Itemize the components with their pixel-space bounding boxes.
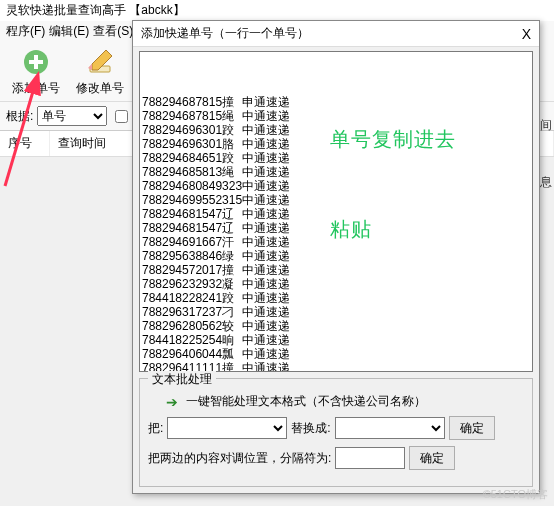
- add-number-dialog: 添加快递单号（一行一个单号） X 单号复制进去 粘贴 788294687815撞…: [132, 20, 540, 494]
- hint-line-2: 粘贴: [330, 214, 456, 244]
- pencil-icon: [84, 46, 116, 78]
- batch-legend: 文本批处理: [148, 371, 216, 388]
- dialog-title: 添加快递单号（一行一个单号）: [141, 25, 309, 42]
- annotation-hint: 单号复制进去 粘贴: [330, 64, 456, 304]
- batch-group: 文本批处理 ➔ 一键智能处理文本格式（不含快递公司名称） 把: 替换成: 确定 …: [139, 378, 533, 487]
- basis-label: 根据:: [6, 108, 33, 125]
- svg-rect-2: [29, 60, 43, 64]
- replace-with-select[interactable]: [335, 417, 445, 439]
- list-item[interactable]: 788296317237刁中通速递: [142, 305, 530, 319]
- confirm-swap-button[interactable]: 确定: [409, 446, 455, 470]
- list-item[interactable]: 788296406044瓢中通速递: [142, 347, 530, 361]
- number-listbox[interactable]: 单号复制进去 粘贴 788294687815撞申通速递788294687815绳…: [139, 51, 533, 372]
- arrow-right-icon: ➔: [166, 394, 178, 410]
- add-number-button[interactable]: 添加单号: [8, 46, 64, 97]
- menu-view[interactable]: 查看(S): [93, 23, 133, 40]
- menu-program[interactable]: 程序(F): [6, 23, 45, 40]
- col-seq[interactable]: 序号: [0, 131, 50, 156]
- replace-with-label: 替换成:: [291, 420, 330, 437]
- add-number-label: 添加单号: [12, 80, 60, 97]
- smart-format-label[interactable]: 一键智能处理文本格式（不含快递公司名称）: [186, 393, 426, 410]
- include-checkbox[interactable]: [115, 110, 128, 123]
- edit-number-button[interactable]: 修改单号: [72, 46, 128, 97]
- confirm-replace-button[interactable]: 确定: [449, 416, 495, 440]
- basis-select[interactable]: 单号快递公司: [37, 106, 107, 126]
- edit-number-label: 修改单号: [76, 80, 124, 97]
- menu-edit[interactable]: 编辑(E): [49, 23, 89, 40]
- list-item[interactable]: 788296280562较中通速递: [142, 319, 530, 333]
- watermark: ©51CTO博客: [483, 487, 548, 502]
- delimiter-input[interactable]: [335, 447, 405, 469]
- window-title: 灵软快递批量查询高手 【abckk】: [0, 0, 554, 21]
- swap-label: 把两边的内容对调位置，分隔符为:: [148, 450, 331, 467]
- add-icon: [20, 46, 52, 78]
- hint-line-1: 单号复制进去: [330, 124, 456, 154]
- list-item[interactable]: 784418225254晌中通速递: [142, 333, 530, 347]
- close-icon[interactable]: X: [522, 26, 531, 42]
- dialog-titlebar: 添加快递单号（一行一个单号） X: [133, 21, 539, 47]
- replace-from-label: 把:: [148, 420, 163, 437]
- replace-from-select[interactable]: [167, 417, 287, 439]
